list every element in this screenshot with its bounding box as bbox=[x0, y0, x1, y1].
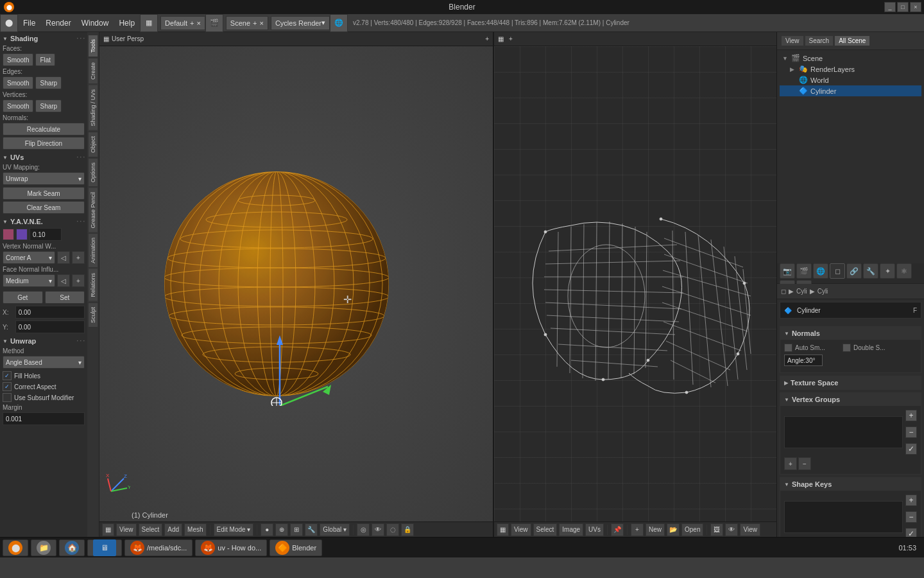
shape-keys-header[interactable]: ▼ Shape Keys bbox=[780, 478, 921, 491]
modifiers-icon[interactable]: 🔧 bbox=[863, 263, 878, 279]
minimize-button[interactable]: _ bbox=[884, 2, 896, 12]
grease-pencil-tab[interactable]: Grease Pencil bbox=[88, 188, 98, 233]
proportional-btn[interactable]: ◎ bbox=[357, 523, 370, 536]
3d-mesh-menu-btn[interactable]: Mesh bbox=[184, 523, 206, 536]
render-engine-selector[interactable]: Cycles Render ▾ bbox=[271, 16, 330, 30]
taskbar-home-btn[interactable]: 🏠 bbox=[59, 539, 85, 556]
uv-uvs-menu-btn[interactable]: UVs bbox=[585, 523, 604, 536]
taskbar-files-btn[interactable]: 📁 bbox=[31, 539, 56, 556]
uv-select-menu-btn[interactable]: Select bbox=[533, 523, 558, 536]
taskbar-screen-btn[interactable]: 🖥 bbox=[87, 539, 122, 556]
faces-smooth-btn[interactable]: Smooth bbox=[3, 53, 33, 66]
face-influence-increase-btn[interactable]: + bbox=[72, 274, 85, 287]
vertex-groups-header[interactable]: ▼ Vertex Groups bbox=[780, 393, 921, 406]
yavne-value-input[interactable] bbox=[30, 228, 62, 241]
world-props-icon[interactable]: 🌐 bbox=[813, 263, 828, 279]
sk-remove-btn[interactable]: − bbox=[905, 511, 917, 523]
uv-open-label-btn[interactable]: Open bbox=[681, 523, 703, 536]
onion-btn[interactable]: ◌ bbox=[386, 523, 399, 536]
vg-add-small-btn[interactable]: + bbox=[784, 457, 797, 470]
vertices-smooth-btn[interactable]: Smooth bbox=[3, 100, 33, 112]
angle-input[interactable] bbox=[784, 355, 823, 366]
tools-tab[interactable]: Tools bbox=[88, 35, 98, 57]
uv-view-icon-btn[interactable]: 👁 bbox=[725, 523, 738, 536]
uv-viewport[interactable]: ▦ + bbox=[494, 32, 776, 537]
sk-add-btn[interactable]: + bbox=[905, 495, 917, 506]
view-tab[interactable]: View bbox=[781, 35, 804, 46]
y-value-input[interactable] bbox=[15, 320, 85, 333]
uv-pin-btn[interactable]: 📌 bbox=[611, 523, 624, 536]
layout-selector[interactable]: Default + × bbox=[160, 16, 205, 30]
search-tab[interactable]: Search bbox=[805, 35, 834, 46]
scene-props-icon[interactable]: 🎬 bbox=[796, 263, 812, 279]
pivot-btn[interactable]: ⊕ bbox=[275, 523, 288, 536]
face-influence-decrease-btn[interactable]: ◁ bbox=[57, 274, 70, 287]
uv-editor-type-btn[interactable]: ▦ bbox=[497, 523, 509, 536]
3d-viewport[interactable]: ▦ User Persp + bbox=[99, 32, 494, 537]
unwrap-header[interactable]: ▼ Unwrap · · · bbox=[3, 337, 85, 345]
render-props-icon[interactable]: 📷 bbox=[780, 263, 795, 279]
margin-input[interactable] bbox=[3, 412, 85, 425]
set-btn[interactable]: Set bbox=[45, 291, 85, 304]
editor-type-icon[interactable]: ▦ bbox=[140, 14, 158, 32]
vg-remove-btn[interactable]: − bbox=[905, 426, 917, 438]
uv-view-label-btn[interactable]: View bbox=[740, 523, 760, 536]
yavne-color1[interactable] bbox=[3, 229, 14, 240]
options-tab[interactable]: Options bbox=[88, 158, 98, 187]
vg-minus-small-btn[interactable]: − bbox=[798, 457, 811, 470]
uv-open-btn[interactable]: 📂 bbox=[667, 523, 680, 536]
uv-image-menu-btn[interactable]: Image bbox=[559, 523, 583, 536]
blender-menu-icon[interactable]: ⬤ bbox=[0, 14, 18, 32]
show-hide-btn[interactable]: 👁 bbox=[372, 523, 384, 536]
global-btn[interactable]: Global ▾ bbox=[320, 523, 350, 536]
3d-canvas[interactable]: ✛ Z Y X (1) Cylinder bbox=[99, 46, 493, 521]
render-menu[interactable]: Render bbox=[40, 14, 76, 32]
correct-aspect-checkbox[interactable]: ✓ bbox=[3, 382, 12, 391]
flip-direction-btn[interactable]: Flip Direction bbox=[3, 137, 85, 150]
vertex-weight-increase-btn[interactable]: + bbox=[72, 251, 85, 264]
particles-icon[interactable]: ✦ bbox=[880, 263, 895, 279]
lock-btn[interactable]: 🔒 bbox=[401, 523, 414, 536]
uv-method-dropdown[interactable]: Unwrap ▾ bbox=[3, 172, 85, 185]
faces-flat-btn[interactable]: Flat bbox=[35, 53, 55, 66]
object-tab[interactable]: Object bbox=[88, 132, 98, 157]
uv-render-btn[interactable]: 🖼 bbox=[710, 523, 723, 536]
get-btn[interactable]: Get bbox=[3, 291, 43, 304]
sk-check-btn[interactable]: ✓ bbox=[905, 528, 917, 537]
object-name-input[interactable] bbox=[794, 304, 911, 317]
constraints-icon[interactable]: 🔗 bbox=[846, 263, 862, 279]
viewport-shade-btn[interactable]: ● bbox=[261, 523, 273, 536]
render-layers-item[interactable]: ▶ 🎭 RenderLayers bbox=[780, 64, 921, 74]
3d-add-view-icon[interactable]: + bbox=[485, 35, 489, 42]
clear-seam-btn[interactable]: Clear Seam bbox=[3, 201, 85, 214]
help-menu[interactable]: Help bbox=[114, 14, 140, 32]
yavne-header[interactable]: ▼ Y.A.V.N.E. · · · bbox=[3, 218, 85, 225]
edges-smooth-btn[interactable]: Smooth bbox=[3, 76, 33, 89]
close-button[interactable]: × bbox=[910, 2, 921, 12]
recalculate-btn[interactable]: Recalculate bbox=[3, 123, 85, 136]
3d-select-menu-btn[interactable]: Select bbox=[139, 523, 163, 536]
unwrap-method-dropdown[interactable]: Angle Based ▾ bbox=[3, 356, 85, 369]
3d-add-menu-btn[interactable]: Add bbox=[164, 523, 182, 536]
fill-holes-checkbox[interactable]: ✓ bbox=[3, 371, 12, 380]
uvs-header[interactable]: ▼ UVs · · · bbox=[3, 153, 85, 161]
double-sided-checkbox[interactable] bbox=[843, 344, 851, 352]
auto-smooth-checkbox[interactable] bbox=[784, 344, 792, 352]
taskbar-files-path-btn[interactable]: 🦊 /media/sdc... bbox=[124, 539, 193, 556]
animation-tab[interactable]: Animation bbox=[88, 233, 98, 268]
physics-icon[interactable]: ⚛ bbox=[896, 263, 912, 279]
snap-btn[interactable]: 🔧 bbox=[305, 523, 318, 536]
uv-new-btn[interactable]: + bbox=[631, 523, 644, 536]
shading-header[interactable]: ▼ Shading · · · bbox=[3, 35, 85, 42]
yavne-color2[interactable] bbox=[16, 229, 28, 240]
shading-uvs-tab[interactable]: Shading / UVs bbox=[88, 85, 98, 131]
scene-selector[interactable]: Scene + × bbox=[226, 16, 268, 30]
object-props-icon[interactable]: ◻ bbox=[830, 263, 845, 279]
use-subsurf-checkbox[interactable] bbox=[3, 393, 12, 402]
all-scene-tab[interactable]: All Scene bbox=[834, 35, 870, 46]
vertices-sharp-btn[interactable]: Sharp bbox=[35, 100, 62, 112]
scene-item[interactable]: ▼ 🎬 Scene bbox=[780, 53, 921, 64]
normals-header[interactable]: ▼ Normals bbox=[780, 327, 921, 340]
sculpt-tab[interactable]: Sculpt bbox=[88, 302, 98, 328]
vg-check-btn[interactable]: ✓ bbox=[905, 443, 917, 455]
